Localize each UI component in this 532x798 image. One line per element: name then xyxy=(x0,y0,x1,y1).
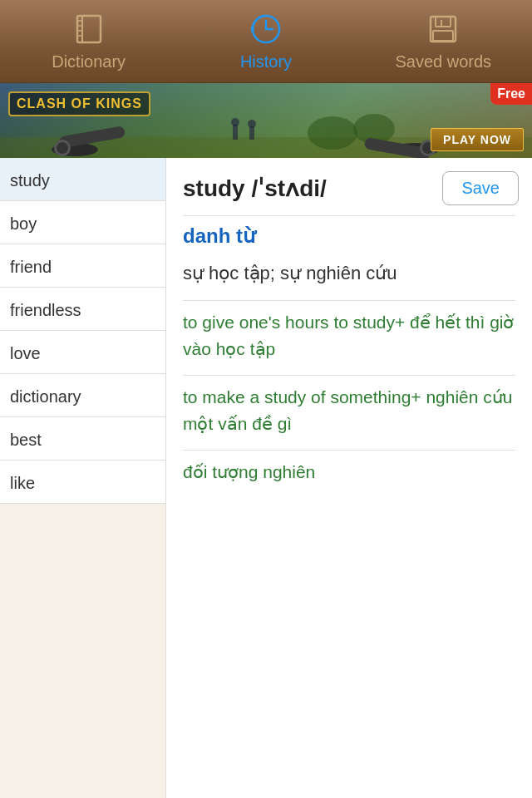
example-2: to make a study of something+ nghiên cứu… xyxy=(183,384,515,436)
divider-4 xyxy=(183,450,515,451)
tab-history[interactable]: History xyxy=(177,0,354,82)
word-class: danh từ xyxy=(183,224,515,248)
cannon-left-icon xyxy=(50,108,150,158)
ad-banner[interactable]: CLASH OF KINGS Free PLAY NOW xyxy=(0,83,532,158)
tab-saved-label: Saved words xyxy=(396,52,492,71)
history-sidebar: studyboyfriendfriendlesslovedictionarybe… xyxy=(0,158,166,798)
book-icon xyxy=(71,11,107,47)
sidebar-item-friendless[interactable]: friendless xyxy=(0,288,165,331)
ad-free-badge: Free xyxy=(490,83,532,105)
divider-3 xyxy=(183,375,515,376)
sidebar-item-boy[interactable]: boy xyxy=(0,201,165,244)
tab-dictionary[interactable]: Dictionary xyxy=(0,0,177,82)
svg-rect-0 xyxy=(77,16,101,42)
tab-history-label: History xyxy=(240,52,292,71)
svg-rect-9 xyxy=(436,17,451,27)
sidebar-item-like[interactable]: like xyxy=(0,461,165,504)
cannon-right-icon xyxy=(341,108,441,158)
example-1: to give one's hours to study+ để hết thì… xyxy=(183,309,515,362)
ad-play-button[interactable]: PLAY NOW xyxy=(431,128,524,151)
sidebar-item-study[interactable]: study xyxy=(0,158,165,201)
divider-2 xyxy=(183,300,515,301)
svg-point-23 xyxy=(57,142,68,154)
tab-dictionary-label: Dictionary xyxy=(52,52,126,71)
content-panel: Save study /ˈstʌdi/ danh từ sự học tập; … xyxy=(166,158,532,798)
example-3: đối tượng nghiên xyxy=(183,459,515,485)
tab-bar: Dictionary History Saved words xyxy=(0,0,532,83)
sidebar-item-friend[interactable]: friend xyxy=(0,244,165,288)
history-icon xyxy=(248,11,284,47)
save-button[interactable]: Save xyxy=(442,171,519,205)
tab-saved[interactable]: Saved words xyxy=(355,0,532,82)
save-icon xyxy=(425,11,461,47)
svg-point-17 xyxy=(231,118,239,126)
main-content: studyboyfriendfriendlesslovedictionarybe… xyxy=(0,158,532,798)
svg-rect-16 xyxy=(233,125,238,140)
sidebar-item-love[interactable]: love xyxy=(0,331,165,374)
sidebar-item-best[interactable]: best xyxy=(0,417,165,461)
divider-1 xyxy=(183,215,515,216)
definition: sự học tập; sự nghiên cứu xyxy=(183,259,515,287)
svg-rect-10 xyxy=(433,31,453,41)
svg-rect-8 xyxy=(431,17,456,42)
svg-rect-18 xyxy=(249,126,254,140)
svg-point-19 xyxy=(248,120,256,128)
sidebar-item-dictionary[interactable]: dictionary xyxy=(0,374,165,417)
